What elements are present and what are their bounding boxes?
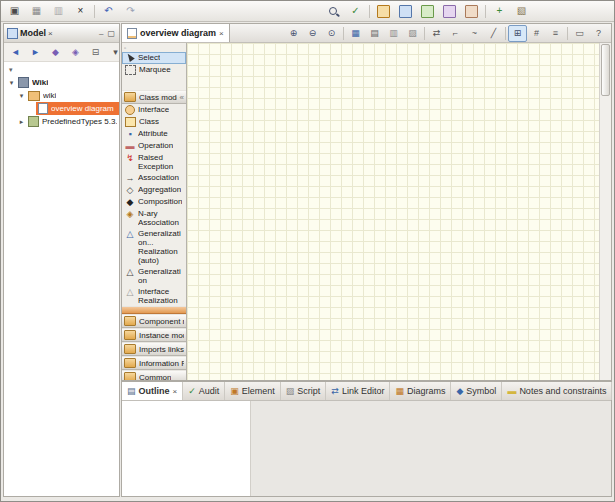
align-elements-icon[interactable]: ≡: [546, 25, 565, 42]
save-icon[interactable]: ▦: [26, 2, 47, 20]
tab-element[interactable]: ▣ Element: [225, 382, 281, 400]
tab-notes-and-constraints[interactable]: ▬ Notes and constraints: [502, 382, 612, 400]
page-setup-icon[interactable]: ▨: [403, 25, 422, 42]
palette-tool-marquee[interactable]: Marquee: [122, 64, 186, 76]
palette-drawer-header[interactable]: Class model «: [122, 90, 186, 104]
editor-tab-overview-diagram[interactable]: overview diagram ×: [122, 24, 230, 42]
auto-layout-icon[interactable]: ⇄: [427, 25, 446, 42]
diagram-canvas[interactable]: [187, 43, 599, 380]
nary-association-icon: ◈: [125, 209, 135, 219]
close-icon[interactable]: ×: [219, 29, 224, 38]
show-grid-icon[interactable]: ⊞: [508, 25, 527, 42]
palette-item-generalization-realization-auto[interactable]: △ Generalization... Realization (auto): [122, 228, 186, 266]
tree-item-wiki-project[interactable]: ▾ Wiki: [4, 76, 119, 89]
toolbar-separator: [94, 5, 95, 18]
audit-check-icon[interactable]: ✓: [345, 2, 366, 20]
tree-filter-dropdown[interactable]: ▾: [4, 63, 119, 76]
show-mda-icon[interactable]: ◈: [66, 44, 85, 61]
attribute-icon: ▪: [125, 129, 135, 139]
generalization-icon: △: [125, 267, 135, 277]
straight-links-icon[interactable]: ╱: [484, 25, 503, 42]
diagram-toolbar: ⊕ ⊖ ⊙: [230, 24, 611, 42]
back-icon[interactable]: ◄: [6, 44, 25, 61]
palette-drawer-instance-model: Instance model: [122, 328, 186, 342]
expand-arrow-icon[interactable]: ▾: [7, 79, 16, 87]
create-sequence-diagram-icon[interactable]: [417, 2, 438, 20]
zoom-out-icon[interactable]: ⊖: [303, 25, 322, 42]
maximize-icon[interactable]: ▢: [106, 29, 116, 38]
create-class-diagram-icon[interactable]: [373, 2, 394, 20]
palette-item-generalization[interactable]: △ Generalization: [122, 266, 186, 286]
tab-diagrams[interactable]: ▦ Diagrams: [390, 382, 451, 400]
generalization-auto-icon: △: [125, 229, 135, 239]
expand-arrow-icon[interactable]: ▾: [17, 92, 26, 100]
palette-item-interface[interactable]: Interface: [122, 104, 186, 116]
palette-item-operation[interactable]: ▬ Operation: [122, 140, 186, 152]
drawer-folder-icon: [124, 372, 136, 380]
palette-item-attribute[interactable]: ▪ Attribute: [122, 128, 186, 140]
tree-item-predefined-types[interactable]: ▸ PredefinedTypes 5.3.00: [4, 115, 119, 128]
print-diagram-icon[interactable]: ▤: [365, 25, 384, 42]
create-statemachine-diagram-icon[interactable]: [439, 2, 460, 20]
new-model-icon[interactable]: ▣: [4, 2, 25, 20]
collapse-all-icon[interactable]: ⊟: [86, 44, 105, 61]
wizard-icon[interactable]: ▧: [511, 2, 532, 20]
canvas-vertical-scrollbar[interactable]: [599, 43, 611, 380]
tab-link-editor[interactable]: ⇄ Link Editor: [326, 382, 390, 400]
palette-drawer-header[interactable]: Instance model: [122, 328, 186, 342]
copy-image-icon[interactable]: ▥: [384, 25, 403, 42]
create-usecase-diagram-icon[interactable]: [395, 2, 416, 20]
palette-item-raised-exception[interactable]: ↯ Raised Exception: [122, 152, 186, 172]
palette-drawer-header[interactable]: Information Flo...: [122, 356, 186, 370]
palette-item-composition[interactable]: ◆ Composition: [122, 196, 186, 208]
palette-drawer-header[interactable]: Component mo...: [122, 314, 186, 328]
bottom-views-panel: ▤ Outline × ✓ Audit ▣ Element ▨ Script: [121, 381, 612, 497]
create-deployment-diagram-icon[interactable]: [461, 2, 482, 20]
zoom-in-icon[interactable]: ⊕: [284, 25, 303, 42]
close-icon[interactable]: ×: [173, 387, 178, 396]
forward-icon[interactable]: ►: [26, 44, 45, 61]
palette-item-nary-association[interactable]: ◈ N-ary Association: [122, 208, 186, 228]
palette-drawer-header[interactable]: Common: [122, 370, 186, 380]
tree-item-wiki-package[interactable]: ▾ wiki: [4, 89, 119, 102]
curved-links-icon[interactable]: ~: [465, 25, 484, 42]
palette-item-class[interactable]: Class: [122, 116, 186, 128]
palette-item-association[interactable]: → Association: [122, 172, 186, 184]
palette-handle[interactable]: ▫: [122, 43, 186, 52]
show-labels-icon[interactable]: ▭: [570, 25, 589, 42]
delete-icon[interactable]: ×: [70, 2, 91, 20]
diagram-help-icon[interactable]: ?: [589, 25, 608, 42]
palette-item-aggregation[interactable]: ◇ Aggregation: [122, 184, 186, 196]
orthogonal-links-icon[interactable]: ⌐: [446, 25, 465, 42]
magnifier-glass-icon: [328, 6, 339, 17]
minimize-icon[interactable]: –: [98, 29, 104, 38]
snap-to-grid-icon[interactable]: #: [527, 25, 546, 42]
search-icon[interactable]: [323, 2, 344, 20]
new-element-icon[interactable]: +: [489, 2, 510, 20]
undo-icon[interactable]: ↶: [98, 2, 119, 20]
model-view-icon: [7, 28, 18, 39]
chevron-down-icon: ▾: [9, 66, 13, 74]
close-icon[interactable]: ×: [48, 29, 53, 38]
tab-audit[interactable]: ✓ Audit: [183, 382, 225, 400]
outline-view-content[interactable]: [122, 401, 251, 496]
scrollbar-thumb[interactable]: [601, 44, 610, 96]
palette-drawer-header[interactable]: [122, 306, 186, 314]
expand-arrow-icon[interactable]: ▸: [17, 118, 26, 126]
toolbar-separator: [505, 27, 506, 40]
save-diagram-image-icon[interactable]: ▦: [346, 25, 365, 42]
palette-item-interface-realization[interactable]: △ Interface Realization: [122, 286, 186, 306]
save-all-icon[interactable]: ▥: [48, 2, 69, 20]
cursor-icon: [125, 53, 135, 63]
redo-icon[interactable]: ↷: [120, 2, 141, 20]
palette-drawer-header[interactable]: Imports links: [122, 342, 186, 356]
zoom-fit-icon[interactable]: ⊙: [322, 25, 341, 42]
interface-icon: [125, 105, 135, 115]
tree-item-overview-diagram[interactable]: overview diagram: [4, 102, 119, 115]
related-elements-icon[interactable]: ◆: [46, 44, 65, 61]
composition-icon: ◆: [125, 197, 135, 207]
tab-outline[interactable]: ▤ Outline ×: [122, 382, 183, 400]
tab-symbol[interactable]: ◆ Symbol: [451, 382, 502, 400]
palette-tool-select[interactable]: Select: [122, 52, 186, 64]
tab-script[interactable]: ▨ Script: [281, 382, 327, 400]
